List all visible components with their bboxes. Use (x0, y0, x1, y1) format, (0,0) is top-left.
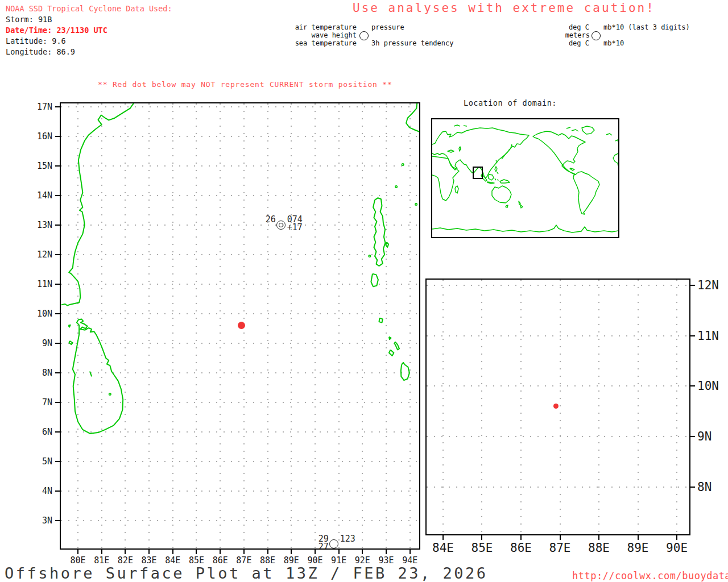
longitude-tick (598, 535, 599, 540)
world-coastline (533, 131, 585, 174)
latitude-gridline (427, 285, 689, 286)
longitude-tick-label: 87E (543, 541, 577, 555)
longitude-tick-label: 89E (621, 541, 655, 555)
latitude-tick (55, 284, 60, 285)
coastline (395, 342, 399, 350)
latitude-tick-label: 11N (697, 329, 719, 343)
world-coastline (432, 156, 459, 201)
latitude-tick (55, 254, 60, 255)
latitude-tick (690, 285, 695, 286)
latitude-tick (55, 490, 60, 492)
longitude-tick (101, 550, 102, 554)
storm-datetime: Date/Time: 23/1130 UTC (6, 25, 172, 36)
latitude-tick-label: 16N (28, 131, 52, 142)
coastline (69, 341, 73, 344)
coastline (389, 350, 394, 356)
coastline (90, 372, 92, 377)
longitude-tick (481, 535, 482, 540)
coastline (61, 103, 134, 305)
world-inset-map (431, 118, 619, 238)
longitude-tick (442, 535, 444, 540)
legend-air-temperature: air temperature (284, 24, 357, 31)
storm-position-dot (553, 404, 559, 409)
station-pressure-tendency: +17 (287, 223, 303, 232)
latitude-tick-label: 13N (28, 220, 52, 230)
longitude-tick (386, 550, 387, 554)
latitude-tick-label: 11N (28, 279, 52, 289)
coastline (373, 198, 385, 266)
zoom-map-plot (425, 278, 690, 535)
longitude-gridline (598, 280, 599, 534)
storm-longitude: Longitude: 86.9 (6, 47, 172, 57)
longitude-tick (220, 550, 221, 554)
longitude-tick-label: 94E (393, 555, 427, 566)
world-coastline (448, 147, 461, 152)
latitude-tick (55, 136, 60, 137)
latitude-tick (55, 195, 60, 196)
coastline (73, 319, 123, 433)
coastline (68, 325, 70, 327)
legend-unit-mb-top: mb*10 (last 3 digits) (603, 24, 690, 31)
coastline (389, 337, 391, 340)
world-coastline (573, 172, 599, 214)
latitude-tick-label: 3N (28, 516, 52, 526)
coastline (386, 242, 388, 247)
latitude-tick (55, 431, 60, 433)
longitude-tick (638, 535, 639, 540)
longitude-tick (410, 550, 411, 554)
latitude-tick (690, 335, 695, 336)
latitude-tick-label: 4N (28, 486, 52, 496)
longitude-gridline (638, 280, 639, 534)
station-circle-icon (359, 31, 369, 40)
latitude-tick-label: 8N (28, 368, 52, 378)
coastline (379, 318, 383, 323)
latitude-gridline (427, 436, 689, 437)
station-sea-temp: 27 (301, 543, 329, 550)
world-coastline (613, 140, 618, 166)
storm-position-warning: ** Red dot below may NOT represent CURRE… (98, 80, 392, 89)
legend-pressure: pressure (371, 24, 404, 31)
legend-wave-height: wave height (284, 32, 357, 39)
world-coastline (455, 186, 458, 193)
station-air-temp: 26 (249, 215, 276, 224)
coastline (371, 274, 378, 286)
storm-id: Storm: 91B (6, 14, 172, 25)
latitude-tick (55, 520, 60, 521)
longitude-tick (520, 535, 522, 540)
longitude-tick-label: 85E (465, 541, 499, 555)
main-map-plot: 26074+172912327 (60, 102, 420, 550)
latitude-tick (55, 313, 60, 314)
latitude-tick (55, 225, 60, 226)
world-coastline (432, 225, 618, 232)
longitude-tick (243, 550, 245, 554)
world-coastline (582, 126, 594, 134)
longitude-tick (291, 550, 292, 554)
world-coastline (500, 180, 510, 183)
latitude-gridline (427, 487, 689, 488)
latitude-tick (55, 106, 60, 107)
longitude-tick (148, 550, 150, 554)
latitude-tick (55, 372, 60, 373)
longitude-tick (77, 550, 78, 554)
small-island (402, 164, 404, 165)
storm-info-block: NOAA SSD Tropical Cyclone Data Used: Sto… (6, 3, 172, 57)
latitude-tick-label: 7N (28, 397, 52, 408)
small-island (395, 186, 397, 188)
storm-info-source: NOAA SSD Tropical Cyclone Data Used: (6, 3, 172, 14)
longitude-gridline (676, 280, 677, 534)
latitude-tick-label: 9N (28, 338, 52, 348)
longitude-tick (676, 535, 677, 540)
latitude-tick (55, 343, 60, 344)
station-pressure: 123 (340, 535, 355, 543)
longitude-tick-label: 84E (426, 541, 460, 555)
legend-sea-temperature: sea temperature (284, 40, 357, 47)
latitude-tick (690, 436, 695, 437)
latitude-tick-label: 10N (697, 379, 719, 393)
station-symbol-inner-circle (279, 223, 283, 227)
world-coastline-layer (432, 119, 618, 237)
buoydata-link[interactable]: http://coolwx.com/buoydata (572, 570, 728, 581)
latitude-tick-label: 5N (28, 456, 52, 467)
coastline (401, 363, 410, 380)
legend-pressure-tendency: 3h pressure tendency (371, 40, 454, 47)
longitude-tick (125, 550, 126, 554)
